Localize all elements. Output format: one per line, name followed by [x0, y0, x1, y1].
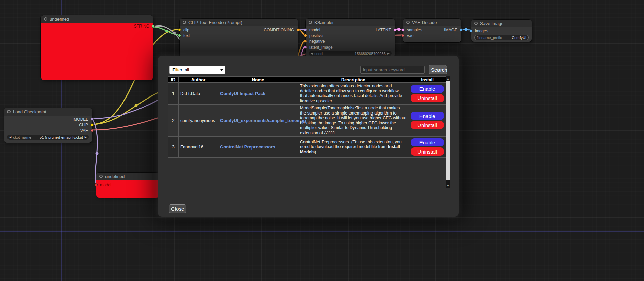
collapse-dot-icon[interactable] — [183, 21, 186, 24]
node-canvas[interactable]: undefined STRING CLIP Text Encode (Promp… — [0, 0, 644, 281]
slot-label-vae-out: VAE — [80, 128, 88, 133]
description-text: ) — [315, 150, 316, 154]
increment-arrow-icon[interactable]: ▶ — [387, 52, 390, 55]
uninstall-button[interactable]: Uninstall — [411, 94, 444, 102]
clip-output-port[interactable] — [90, 123, 94, 126]
scroll-down-icon[interactable]: ▼ — [446, 183, 450, 188]
scroll-up-icon[interactable]: ▲ — [446, 76, 450, 81]
next-arrow-icon[interactable]: ▶ — [85, 136, 87, 139]
enable-button[interactable]: Enable — [411, 85, 444, 93]
search-button[interactable]: Search — [429, 65, 447, 74]
negative-input-port[interactable] — [304, 40, 307, 43]
image-output-port[interactable] — [460, 28, 463, 31]
slot-label-image: IMAGE — [444, 28, 457, 32]
seed-widget[interactable]: ◀ seed 156680208700286 ▶ — [309, 51, 392, 56]
collapse-dot-icon[interactable] — [406, 21, 410, 24]
node-title-bar[interactable]: VAE Decode — [403, 19, 461, 26]
description-text: ControlNet Preprocessors. (To use this e… — [300, 140, 402, 150]
slot-label-latent-image: latent_image — [309, 45, 333, 50]
enable-button[interactable]: Enable — [411, 138, 444, 146]
slot-label-clip: clip — [183, 28, 189, 32]
extension-description: This extension offers various detector n… — [298, 83, 409, 105]
table-scrollbar[interactable]: ▲ ▼ — [446, 76, 450, 188]
node-title-label: KSampler — [314, 20, 334, 25]
install-cell: Enable Uninstall — [409, 83, 446, 105]
extension-description: ControlNet Preprocessors. (To use this e… — [298, 137, 409, 158]
link-dot — [397, 28, 400, 31]
extension-row: 1 Dr.Lt.Data ComfyUI Impact Pack This ex… — [168, 83, 446, 105]
images-input-port[interactable] — [469, 29, 473, 32]
extensions-table: ID Author Name Description Install 1 Dr.… — [168, 76, 446, 158]
uninstall-button[interactable]: Uninstall — [411, 121, 444, 129]
node-title-bar[interactable]: undefined — [41, 15, 153, 23]
node-title-label: undefined — [50, 17, 69, 22]
slot-label-clip-out: CLIP — [79, 123, 88, 127]
string-output-port[interactable] — [152, 25, 155, 28]
close-button[interactable]: Close — [169, 204, 186, 213]
link-dot — [173, 32, 176, 34]
collapse-dot-icon[interactable] — [44, 17, 47, 21]
ckpt-name-widget[interactable]: ◀ ckpt_name v1-5-pruned-emaonly.ckpt ▶ — [7, 135, 89, 140]
header-name: Name — [218, 77, 298, 83]
node-undefined-bottom[interactable]: undefined model — [96, 173, 159, 197]
node-title-bar[interactable]: undefined — [96, 173, 159, 180]
node-save-image[interactable]: Save Image images filename_prefix ComfyU… — [471, 20, 532, 42]
extension-link[interactable]: ControlNet Preprocessors — [220, 144, 275, 150]
link-dot — [165, 30, 168, 32]
node-title-bar[interactable]: Load Checkpoint — [4, 108, 92, 116]
seed-widget-value: 156680208700286 — [354, 52, 386, 56]
extension-row: 3 Fannovel16 ControlNet Preprocessors Co… — [168, 137, 446, 158]
node-title-bar[interactable]: Save Image — [471, 20, 532, 27]
slot-label-positive: positive — [309, 33, 323, 38]
decrement-arrow-icon[interactable]: ◀ — [311, 52, 313, 55]
header-description: Description — [298, 77, 409, 83]
node-load-checkpoint[interactable]: Load Checkpoint MODEL CLIP VAE ◀ ckpt_na… — [4, 108, 92, 143]
seed-widget-label: seed — [314, 52, 323, 56]
scrollbar-thumb[interactable] — [446, 81, 450, 180]
latent-image-input-port[interactable] — [304, 46, 307, 49]
prev-arrow-icon[interactable]: ◀ — [9, 136, 11, 139]
filename-prefix-widget[interactable]: filename_prefix ComfyUI — [474, 35, 529, 40]
samples-input-port[interactable] — [401, 28, 404, 31]
extension-row: 2 comfyanonymous ComfyUI_experiments/sam… — [168, 105, 446, 137]
model-output-port[interactable] — [90, 118, 94, 121]
slot-label-model: model — [309, 28, 320, 32]
node-vae-decode[interactable]: VAE Decode samples IMAGE vae — [403, 19, 461, 42]
vae-output-port[interactable] — [90, 129, 94, 132]
ckpt-name-label: ckpt_name — [13, 135, 31, 139]
collapse-dot-icon[interactable] — [99, 175, 103, 178]
collapse-dot-icon[interactable] — [309, 21, 312, 24]
extension-link[interactable]: ComfyUI Impact Pack — [220, 91, 265, 96]
node-ksampler[interactable]: KSampler model LATENT positive negative … — [306, 19, 395, 58]
filename-prefix-label: filename_prefix — [477, 36, 502, 40]
ckpt-name-value: v1-5-pruned-emaonly.ckpt — [40, 135, 83, 139]
model-input-port[interactable] — [95, 183, 98, 186]
conditioning-output-port[interactable] — [296, 28, 299, 31]
slot-label-negative: negative — [309, 39, 325, 44]
uninstall-button[interactable]: Uninstall — [411, 147, 444, 156]
node-title-label: CLIP Text Encode (Prompt) — [188, 20, 242, 25]
collapse-dot-icon[interactable] — [474, 22, 478, 25]
filename-prefix-value: ComfyUI — [512, 36, 526, 40]
enable-button[interactable]: Enable — [411, 112, 444, 120]
collapse-dot-icon[interactable] — [7, 110, 11, 113]
node-title-label: Save Image — [480, 21, 503, 26]
text-input-port[interactable] — [178, 34, 181, 37]
model-input-port[interactable] — [304, 28, 307, 31]
node-title-bar[interactable]: KSampler — [306, 19, 395, 26]
clip-input-port[interactable] — [178, 28, 181, 31]
search-input[interactable] — [360, 66, 425, 74]
extension-link[interactable]: ComfyUI_experiments/sampler_tonemap — [220, 118, 306, 123]
install-cell: Enable Uninstall — [409, 105, 446, 137]
header-install: Install — [409, 77, 446, 83]
node-undefined-top[interactable]: undefined STRING — [41, 15, 153, 80]
latent-output-port[interactable] — [393, 28, 396, 31]
filter-select[interactable]: Filter: all — [169, 66, 225, 74]
slot-label-model-out: MODEL — [73, 117, 88, 122]
vae-input-port[interactable] — [401, 34, 404, 37]
slot-label-string: STRING — [134, 24, 149, 29]
positive-input-port[interactable] — [304, 34, 307, 37]
slot-label-model: model — [100, 182, 111, 187]
install-cell: Enable Uninstall — [409, 137, 446, 158]
node-title-bar[interactable]: CLIP Text Encode (Prompt) — [180, 19, 298, 26]
